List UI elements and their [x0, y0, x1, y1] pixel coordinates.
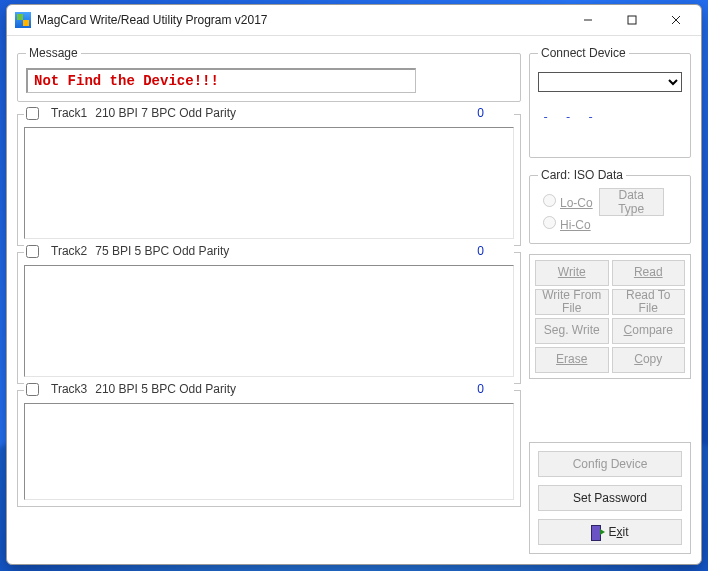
exit-icon	[591, 525, 603, 539]
message-legend: Message	[26, 46, 81, 60]
track2-textarea[interactable]	[24, 265, 514, 377]
track1-label: Track1	[51, 106, 87, 120]
set-password-button[interactable]: Set Password	[538, 485, 682, 511]
compare-button[interactable]: Compare	[612, 318, 686, 344]
write-button[interactable]: Write	[535, 260, 609, 286]
track-group-track2: Track275 BPI 5 BPC Odd Parity0	[17, 252, 521, 384]
track3-spec: 210 BPI 5 BPC Odd Parity	[95, 382, 236, 396]
app-icon	[15, 12, 31, 28]
track1-checkbox[interactable]	[26, 107, 39, 120]
action-button-stack: Config Device Set Password Exit	[529, 442, 691, 554]
track2-label: Track2	[51, 244, 87, 258]
action-button-grid: Write Read Write From File Read To File …	[529, 254, 691, 379]
device-select[interactable]	[538, 72, 682, 92]
exit-button[interactable]: Exit	[538, 519, 682, 545]
card-iso-legend: Card: ISO Data	[538, 168, 626, 182]
right-column: Connect Device - - - Card: ISO Data Lo-C…	[529, 46, 691, 554]
connect-device-legend: Connect Device	[538, 46, 629, 60]
track3-textarea[interactable]	[24, 403, 514, 500]
connect-device-group: Connect Device - - -	[529, 46, 691, 158]
minimize-button[interactable]	[567, 8, 609, 32]
track2-count: 0	[477, 244, 484, 258]
config-device-button[interactable]: Config Device	[538, 451, 682, 477]
app-window: MagCard Write/Read Utility Program v2017…	[6, 4, 702, 565]
read-button[interactable]: Read	[612, 260, 686, 286]
card-iso-group: Card: ISO Data Lo-Co Hi-Co Data Type	[529, 168, 691, 244]
track2-checkbox[interactable]	[26, 245, 39, 258]
track3-count: 0	[477, 382, 484, 396]
write-from-file-button[interactable]: Write From File	[535, 289, 609, 315]
hico-radio[interactable]: Hi-Co	[538, 213, 593, 232]
track2-spec: 75 BPI 5 BPC Odd Parity	[95, 244, 229, 258]
track1-spec: 210 BPI 7 BPC Odd Parity	[95, 106, 236, 120]
window-title: MagCard Write/Read Utility Program v2017	[37, 13, 565, 27]
track1-textarea[interactable]	[24, 127, 514, 239]
track-group-track1: Track1210 BPI 7 BPC Odd Parity0	[17, 114, 521, 246]
data-type-button[interactable]: Data Type	[599, 188, 664, 216]
message-group: Message Not Find the Device!!!	[17, 46, 521, 102]
close-button[interactable]	[655, 8, 697, 32]
erase-button[interactable]: Erase	[535, 347, 609, 373]
track1-count: 0	[477, 106, 484, 120]
left-column: Message Not Find the Device!!! Track1210…	[17, 46, 521, 554]
loco-radio[interactable]: Lo-Co	[538, 191, 593, 210]
title-bar: MagCard Write/Read Utility Program v2017	[7, 5, 701, 36]
copy-button[interactable]: Copy	[612, 347, 686, 373]
device-status: - - -	[542, 110, 682, 124]
track-group-track3: Track3210 BPI 5 BPC Odd Parity0	[17, 390, 521, 507]
message-text: Not Find the Device!!!	[26, 68, 416, 93]
track3-checkbox[interactable]	[26, 383, 39, 396]
read-to-file-button[interactable]: Read To File	[612, 289, 686, 315]
maximize-button[interactable]	[611, 8, 653, 32]
track3-label: Track3	[51, 382, 87, 396]
client-area: Message Not Find the Device!!! Track1210…	[7, 36, 701, 564]
svg-rect-1	[628, 16, 636, 24]
seg-write-button[interactable]: Seg. Write	[535, 318, 609, 344]
